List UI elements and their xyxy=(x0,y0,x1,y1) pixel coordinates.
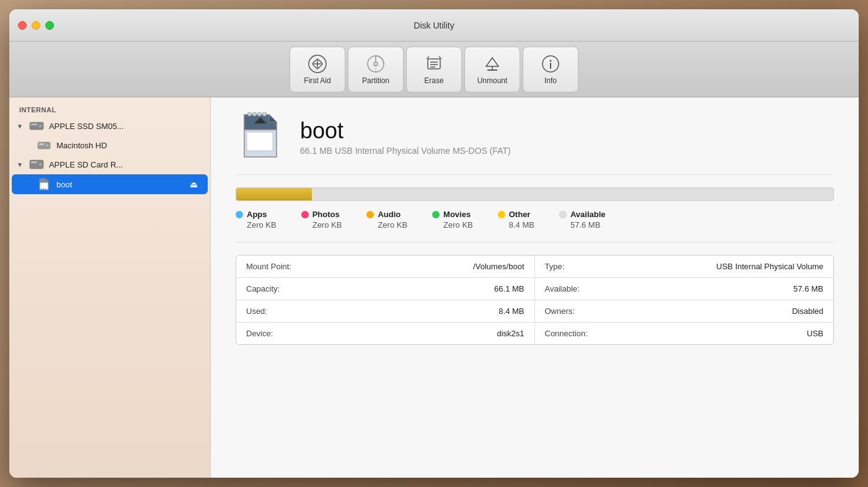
svg-rect-26 xyxy=(31,161,37,163)
content-area: Internal ▼ APPLE SSD SM05... Macintosh H… xyxy=(9,97,859,478)
minimize-button[interactable] xyxy=(32,21,40,30)
sidebar: Internal ▼ APPLE SSD SM05... Macintosh H… xyxy=(9,97,211,478)
svg-rect-35 xyxy=(258,112,261,116)
info-cell-available: Available: 57.6 MB xyxy=(535,278,834,300)
info-icon xyxy=(541,54,560,74)
chevron-icon: ▼ xyxy=(17,123,23,130)
sidebar-item-boot[interactable]: boot ⏏ xyxy=(12,174,208,194)
svg-point-21 xyxy=(38,125,42,128)
sd-card-reader-icon xyxy=(29,158,44,171)
owners-key: Owners: xyxy=(545,306,575,316)
storage-bar-section: Apps Zero KB Photos Zero KB xyxy=(236,187,834,243)
partition-label: Partition xyxy=(362,76,389,85)
unmount-icon xyxy=(482,54,502,74)
macintosh-hd-label: Macintosh HD xyxy=(56,141,198,150)
available-label: Available xyxy=(570,210,606,219)
svg-rect-20 xyxy=(31,123,37,125)
info-label: Info xyxy=(544,76,557,85)
info-cell-device: Device: disk2s1 xyxy=(236,323,535,344)
disk-utility-window: Disk Utility First Aid xyxy=(9,9,859,478)
first-aid-icon xyxy=(308,54,327,74)
svg-rect-29 xyxy=(41,189,42,190)
apple-sd-label: APPLE SD Card R... xyxy=(49,160,198,169)
apps-dot xyxy=(236,211,243,218)
legend-audio: Audio Zero KB xyxy=(366,210,407,230)
first-aid-label: First Aid xyxy=(304,76,330,85)
svg-rect-28 xyxy=(40,183,48,189)
capacity-key: Capacity: xyxy=(246,284,280,293)
chevron-sd-icon: ▼ xyxy=(17,161,23,168)
main-panel: boot 66.1 MB USB Internal Physical Volum… xyxy=(211,97,859,478)
mount-point-val: /Volumes/boot xyxy=(473,262,524,271)
storage-legend: Apps Zero KB Photos Zero KB xyxy=(236,210,834,230)
unmount-label: Unmount xyxy=(477,76,508,85)
audio-value: Zero KB xyxy=(366,220,407,230)
photos-label: Photos xyxy=(312,210,340,219)
info-cell-owners: Owners: Disabled xyxy=(535,300,834,323)
info-grid: Mount Point: /Volumes/boot Type: USB Int… xyxy=(236,255,834,345)
apps-label: Apps xyxy=(247,210,267,219)
svg-marker-13 xyxy=(486,58,498,66)
sidebar-item-apple-sd[interactable]: ▼ APPLE SD Card R... xyxy=(12,155,208,174)
type-key: Type: xyxy=(545,262,565,271)
photos-dot xyxy=(301,211,309,218)
svg-rect-31 xyxy=(45,189,46,190)
sidebar-section-label: Internal xyxy=(9,102,210,116)
legend-other: Other 8.4 MB xyxy=(498,210,534,230)
audio-dot xyxy=(366,211,374,218)
available-value: 57.6 MB xyxy=(559,220,600,230)
volume-icon xyxy=(37,139,51,151)
info-cell-used: Used: 8.4 MB xyxy=(236,300,535,323)
sidebar-item-apple-ssd[interactable]: ▼ APPLE SSD SM05... xyxy=(12,117,208,135)
first-aid-button[interactable]: First Aid xyxy=(290,47,345,92)
storage-bar xyxy=(236,187,834,201)
maximize-button[interactable] xyxy=(45,21,54,30)
info-cell-capacity: Capacity: 66.1 MB xyxy=(236,278,535,300)
svg-rect-34 xyxy=(253,112,256,116)
svg-point-27 xyxy=(38,163,42,166)
titlebar: Disk Utility xyxy=(9,9,859,42)
boot-volume-icon xyxy=(37,177,51,191)
legend-apps: Apps Zero KB xyxy=(236,210,277,230)
other-value: 8.4 MB xyxy=(498,220,534,230)
mount-point-key: Mount Point: xyxy=(246,262,291,271)
legend-movies: Movies Zero KB xyxy=(432,210,473,230)
unmount-button[interactable]: Unmount xyxy=(464,47,520,92)
volume-name: boot xyxy=(300,118,511,143)
volume-subtitle: 66.1 MB USB Internal Physical Volume MS-… xyxy=(300,146,511,156)
info-button[interactable]: Info xyxy=(523,47,578,92)
available-val: 57.6 MB xyxy=(794,284,823,293)
storage-bar-used xyxy=(236,188,312,200)
other-label: Other xyxy=(509,210,531,219)
svg-point-24 xyxy=(46,145,48,147)
erase-label: Erase xyxy=(424,76,443,85)
apple-ssd-label: APPLE SSD SM05... xyxy=(49,122,198,131)
volume-header: boot 66.1 MB USB Internal Physical Volum… xyxy=(236,112,834,175)
available-dot xyxy=(559,211,567,218)
legend-available: Available 57.6 MB xyxy=(559,210,606,230)
info-cell-mount-point: Mount Point: /Volumes/boot xyxy=(236,256,535,278)
sidebar-item-macintosh-hd[interactable]: Macintosh HD xyxy=(12,136,208,154)
close-button[interactable] xyxy=(18,21,27,30)
photos-value: Zero KB xyxy=(301,220,342,230)
erase-icon xyxy=(424,54,444,74)
owners-val: Disabled xyxy=(792,306,823,316)
type-val: USB Internal Physical Volume xyxy=(716,262,823,271)
connection-key: Connection: xyxy=(545,329,588,338)
window-title: Disk Utility xyxy=(414,20,454,30)
movies-dot xyxy=(432,211,440,218)
partition-button[interactable]: Partition xyxy=(348,47,404,92)
device-key: Device: xyxy=(246,329,273,338)
legend-photos: Photos Zero KB xyxy=(301,210,342,230)
svg-rect-33 xyxy=(248,112,251,116)
movies-value: Zero KB xyxy=(432,220,473,230)
partition-icon xyxy=(366,54,386,74)
device-val: disk2s1 xyxy=(497,329,524,338)
volume-info: boot 66.1 MB USB Internal Physical Volum… xyxy=(300,118,511,156)
eject-icon: ⏏ xyxy=(190,179,198,189)
used-val: 8.4 MB xyxy=(498,306,524,316)
erase-button[interactable]: Erase xyxy=(406,47,462,92)
svg-rect-23 xyxy=(39,143,44,145)
available-key: Available: xyxy=(545,284,580,293)
svg-rect-30 xyxy=(43,189,44,190)
